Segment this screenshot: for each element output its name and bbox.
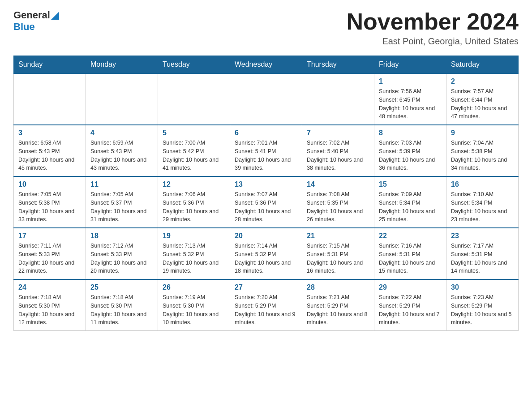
day-number: 12 <box>163 180 225 188</box>
day-number: 27 <box>235 283 297 291</box>
calendar-cell <box>302 73 374 125</box>
day-number: 1 <box>379 77 442 86</box>
day-number: 25 <box>90 283 153 291</box>
calendar-cell: 10Sunrise: 7:05 AMSunset: 5:38 PMDayligh… <box>14 176 86 228</box>
week-row-3: 10Sunrise: 7:05 AMSunset: 5:38 PMDayligh… <box>14 176 519 228</box>
calendar-cell <box>14 73 86 125</box>
day-number: 20 <box>235 232 297 240</box>
day-number: 22 <box>379 232 442 240</box>
day-number: 23 <box>451 232 514 240</box>
col-header-tuesday: Tuesday <box>158 56 230 74</box>
day-info: Sunrise: 6:58 AMSunset: 5:43 PMDaylight:… <box>18 139 81 172</box>
calendar-cell: 15Sunrise: 7:09 AMSunset: 5:34 PMDayligh… <box>374 176 446 228</box>
day-number: 8 <box>379 129 442 137</box>
calendar-cell: 30Sunrise: 7:23 AMSunset: 5:29 PMDayligh… <box>446 279 519 331</box>
day-info: Sunrise: 7:00 AMSunset: 5:42 PMDaylight:… <box>163 139 225 172</box>
day-number: 7 <box>307 129 369 137</box>
day-info: Sunrise: 7:14 AMSunset: 5:32 PMDaylight:… <box>235 242 297 275</box>
day-info: Sunrise: 7:56 AMSunset: 6:45 PMDaylight:… <box>379 87 442 121</box>
week-row-1: 1Sunrise: 7:56 AMSunset: 6:45 PMDaylight… <box>14 73 519 125</box>
day-number: 29 <box>379 283 442 291</box>
logo-general-text: General <box>13 10 50 21</box>
day-info: Sunrise: 7:20 AMSunset: 5:29 PMDaylight:… <box>235 293 297 327</box>
calendar-table: SundayMondayTuesdayWednesdayThursdayFrid… <box>13 56 519 331</box>
calendar-cell: 7Sunrise: 7:02 AMSunset: 5:40 PMDaylight… <box>302 125 374 176</box>
calendar-cell: 13Sunrise: 7:07 AMSunset: 5:36 PMDayligh… <box>230 176 302 228</box>
calendar-cell: 4Sunrise: 6:59 AMSunset: 5:43 PMDaylight… <box>86 125 158 176</box>
calendar-cell: 12Sunrise: 7:06 AMSunset: 5:36 PMDayligh… <box>158 176 230 228</box>
col-header-thursday: Thursday <box>302 56 374 74</box>
month-title: November 2024 <box>347 9 519 34</box>
day-number: 6 <box>235 129 297 137</box>
logo: General Blue <box>13 9 59 32</box>
calendar-cell: 28Sunrise: 7:21 AMSunset: 5:29 PMDayligh… <box>302 279 374 331</box>
day-number: 5 <box>163 129 225 137</box>
calendar-cell: 19Sunrise: 7:13 AMSunset: 5:32 PMDayligh… <box>158 228 230 279</box>
calendar-cell: 20Sunrise: 7:14 AMSunset: 5:32 PMDayligh… <box>230 228 302 279</box>
calendar-cell: 8Sunrise: 7:03 AMSunset: 5:39 PMDaylight… <box>374 125 446 176</box>
calendar-cell: 17Sunrise: 7:11 AMSunset: 5:33 PMDayligh… <box>14 228 86 279</box>
calendar-cell: 29Sunrise: 7:22 AMSunset: 5:29 PMDayligh… <box>374 279 446 331</box>
day-number: 11 <box>90 180 153 188</box>
day-number: 10 <box>18 180 81 188</box>
calendar-cell: 16Sunrise: 7:10 AMSunset: 5:34 PMDayligh… <box>446 176 519 228</box>
calendar-cell: 26Sunrise: 7:19 AMSunset: 5:30 PMDayligh… <box>158 279 230 331</box>
day-info: Sunrise: 7:23 AMSunset: 5:29 PMDaylight:… <box>451 293 514 327</box>
calendar-cell: 22Sunrise: 7:16 AMSunset: 5:31 PMDayligh… <box>374 228 446 279</box>
title-area: November 2024 East Point, Georgia, Unite… <box>347 9 519 47</box>
day-number: 9 <box>451 129 514 137</box>
day-number: 21 <box>307 232 369 240</box>
day-info: Sunrise: 7:05 AMSunset: 5:38 PMDaylight:… <box>18 190 81 224</box>
calendar-cell: 2Sunrise: 7:57 AMSunset: 6:44 PMDaylight… <box>446 73 519 125</box>
calendar-cell: 27Sunrise: 7:20 AMSunset: 5:29 PMDayligh… <box>230 279 302 331</box>
day-info: Sunrise: 7:18 AMSunset: 5:30 PMDaylight:… <box>18 293 81 327</box>
day-info: Sunrise: 7:16 AMSunset: 5:31 PMDaylight:… <box>379 242 442 275</box>
day-number: 3 <box>18 129 81 137</box>
day-info: Sunrise: 7:11 AMSunset: 5:33 PMDaylight:… <box>18 242 81 275</box>
day-number: 19 <box>163 232 225 240</box>
day-info: Sunrise: 7:04 AMSunset: 5:38 PMDaylight:… <box>451 139 514 172</box>
svg-marker-0 <box>51 12 59 20</box>
logo-triangle-icon <box>51 12 59 20</box>
calendar-cell: 14Sunrise: 7:08 AMSunset: 5:35 PMDayligh… <box>302 176 374 228</box>
day-number: 4 <box>90 129 153 137</box>
day-number: 26 <box>163 283 225 291</box>
calendar-cell <box>86 73 158 125</box>
calendar-cell: 23Sunrise: 7:17 AMSunset: 5:31 PMDayligh… <box>446 228 519 279</box>
logo-blue-text: Blue <box>13 21 35 32</box>
day-info: Sunrise: 7:19 AMSunset: 5:30 PMDaylight:… <box>163 293 225 327</box>
col-header-monday: Monday <box>86 56 158 74</box>
week-row-4: 17Sunrise: 7:11 AMSunset: 5:33 PMDayligh… <box>14 228 519 279</box>
page-header: General Blue November 2024 East Point, G… <box>13 9 519 47</box>
day-number: 16 <box>451 180 514 188</box>
day-number: 28 <box>307 283 369 291</box>
day-number: 14 <box>307 180 369 188</box>
day-info: Sunrise: 7:07 AMSunset: 5:36 PMDaylight:… <box>235 190 297 224</box>
calendar-cell: 5Sunrise: 7:00 AMSunset: 5:42 PMDaylight… <box>158 125 230 176</box>
day-info: Sunrise: 7:17 AMSunset: 5:31 PMDaylight:… <box>451 242 514 275</box>
calendar-cell: 3Sunrise: 6:58 AMSunset: 5:43 PMDaylight… <box>14 125 86 176</box>
calendar-cell: 9Sunrise: 7:04 AMSunset: 5:38 PMDaylight… <box>446 125 519 176</box>
col-header-sunday: Sunday <box>14 56 86 74</box>
week-row-5: 24Sunrise: 7:18 AMSunset: 5:30 PMDayligh… <box>14 279 519 331</box>
week-row-2: 3Sunrise: 6:58 AMSunset: 5:43 PMDaylight… <box>14 125 519 176</box>
calendar-cell: 18Sunrise: 7:12 AMSunset: 5:33 PMDayligh… <box>86 228 158 279</box>
day-info: Sunrise: 7:02 AMSunset: 5:40 PMDaylight:… <box>307 139 369 172</box>
col-header-wednesday: Wednesday <box>230 56 302 74</box>
calendar-cell: 21Sunrise: 7:15 AMSunset: 5:31 PMDayligh… <box>302 228 374 279</box>
day-number: 17 <box>18 232 81 240</box>
day-info: Sunrise: 7:01 AMSunset: 5:41 PMDaylight:… <box>235 139 297 172</box>
day-info: Sunrise: 7:21 AMSunset: 5:29 PMDaylight:… <box>307 293 369 327</box>
calendar-header-row: SundayMondayTuesdayWednesdayThursdayFrid… <box>14 56 519 74</box>
day-info: Sunrise: 7:57 AMSunset: 6:44 PMDaylight:… <box>451 87 514 121</box>
col-header-saturday: Saturday <box>446 56 519 74</box>
calendar-cell <box>230 73 302 125</box>
calendar-cell: 11Sunrise: 7:05 AMSunset: 5:37 PMDayligh… <box>86 176 158 228</box>
day-number: 2 <box>451 77 514 86</box>
calendar-cell: 6Sunrise: 7:01 AMSunset: 5:41 PMDaylight… <box>230 125 302 176</box>
day-number: 18 <box>90 232 153 240</box>
calendar-cell: 1Sunrise: 7:56 AMSunset: 6:45 PMDaylight… <box>374 73 446 125</box>
day-info: Sunrise: 7:05 AMSunset: 5:37 PMDaylight:… <box>90 190 153 224</box>
day-number: 13 <box>235 180 297 188</box>
day-info: Sunrise: 7:18 AMSunset: 5:30 PMDaylight:… <box>90 293 153 327</box>
